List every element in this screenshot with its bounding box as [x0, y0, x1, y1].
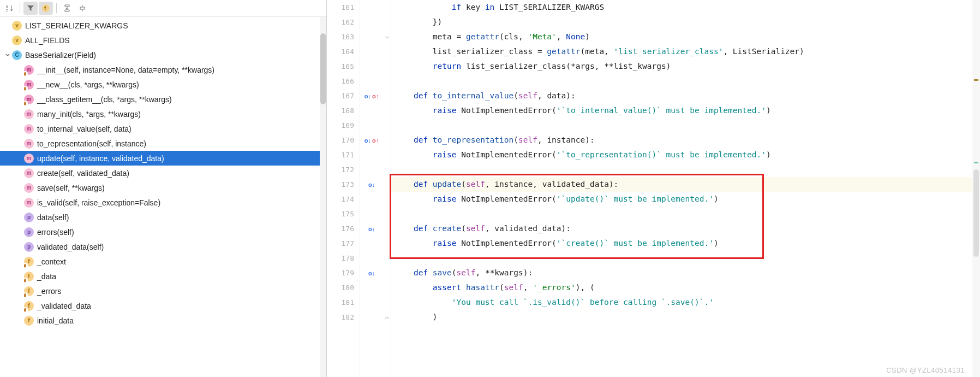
code-line[interactable]: meta = getattr(cls, 'Meta', None)	[391, 30, 980, 44]
tree-item[interactable]: mupdate(self, instance, validated_data)	[0, 151, 326, 166]
editor-scroll-thumb[interactable]	[973, 169, 979, 257]
line-number: 180	[327, 280, 354, 295]
tree-item[interactable]: finitial_data	[0, 313, 326, 328]
fields-button[interactable]: f	[39, 2, 53, 15]
marker-cell[interactable]	[360, 59, 383, 74]
code-line[interactable]: raise NotImplementedError('`to_represent…	[391, 148, 980, 162]
tree-item[interactable]: mis_valid(self, raise_exception=False)	[0, 195, 326, 210]
line-number: 162	[327, 15, 354, 30]
collapse-all-button[interactable]	[75, 2, 89, 15]
tree-item-label: __new__(cls, *args, **kwargs)	[37, 80, 139, 89]
marker-cell[interactable]: o↓	[360, 266, 383, 280]
marker-cell[interactable]	[360, 280, 383, 295]
marker-cell[interactable]	[360, 207, 383, 221]
line-number: 182	[327, 310, 354, 325]
structure-tree[interactable]: vLIST_SERIALIZER_KWARGSvALL_FIELDSCBaseS…	[0, 17, 326, 377]
marker-cell[interactable]	[360, 162, 383, 177]
marker-cell[interactable]	[360, 30, 383, 44]
marker-cell[interactable]	[360, 118, 383, 133]
tree-item[interactable]: f_validated_data	[0, 298, 326, 313]
tree-item[interactable]: m__new__(cls, *args, **kwargs)	[0, 77, 326, 92]
tree-item[interactable]: vLIST_SERIALIZER_KWARGS	[0, 18, 326, 33]
code-line[interactable]: raise NotImplementedError('`update()` mu…	[391, 192, 980, 207]
marker-cell[interactable]	[360, 74, 383, 89]
tree-item[interactable]: mto_internal_value(self, data)	[0, 121, 326, 136]
code-line[interactable]: def save(self, **kwargs):	[391, 266, 980, 280]
code-line[interactable]: def create(self, validated_data):	[391, 221, 980, 236]
tree-item-label: data(self)	[37, 213, 69, 222]
code-line[interactable]: def update(self, instance, validated_dat…	[391, 177, 980, 192]
tree-item[interactable]: pvalidated_data(self)	[0, 239, 326, 254]
tree-item[interactable]: mmany_init(cls, *args, **kwargs)	[0, 107, 326, 121]
tree-item[interactable]: CBaseSerializer(Field)	[0, 48, 326, 62]
code-line[interactable]: assert hasattr(self, '_errors'), (	[391, 280, 980, 295]
marker-cell[interactable]: o↓	[360, 177, 383, 192]
marker-cell[interactable]: o↓o↑	[360, 89, 383, 103]
m2-badge-icon: m	[24, 154, 34, 163]
toolbar-separator	[20, 3, 20, 13]
code-editor[interactable]: 1611621631641651661671681691701711721731…	[327, 0, 980, 377]
collapse-icon	[78, 4, 87, 13]
line-number: 177	[327, 236, 354, 251]
marker-cell[interactable]	[360, 148, 383, 162]
tree-item[interactable]: vALL_FIELDS	[0, 33, 326, 48]
marker-cell[interactable]	[360, 192, 383, 207]
marker-cell[interactable]	[360, 251, 383, 266]
tree-item[interactable]: f_errors	[0, 284, 326, 298]
fold-toggle-icon[interactable]	[384, 34, 390, 40]
marker-cell[interactable]	[360, 44, 383, 59]
expand-all-button[interactable]	[60, 2, 74, 15]
marker-cell[interactable]	[360, 103, 383, 118]
code-line[interactable]: return list_serializer_class(*args, **li…	[391, 59, 980, 74]
code-line[interactable]: if key in LIST_SERIALIZER_KWARGS	[391, 0, 980, 15]
tree-item[interactable]: f_data	[0, 269, 326, 284]
code-line[interactable]	[391, 251, 980, 266]
marker-cell[interactable]	[360, 236, 383, 251]
scroll-thumb[interactable]	[320, 33, 326, 104]
tree-item[interactable]: f_context	[0, 254, 326, 269]
code-line[interactable]: )	[391, 310, 980, 325]
scrollbar[interactable]	[320, 17, 326, 377]
code-line[interactable]: })	[391, 15, 980, 30]
marker-cell[interactable]	[360, 15, 383, 30]
p-badge-icon: p	[24, 242, 34, 252]
lock-icon	[22, 292, 28, 298]
line-number: 161	[327, 0, 354, 15]
code-line[interactable]	[391, 118, 980, 133]
marker-cell[interactable]: o↓o↑	[360, 133, 383, 148]
code-line[interactable]: def to_internal_value(self, data):	[391, 89, 980, 103]
tree-item[interactable]: perrors(self)	[0, 225, 326, 239]
p-badge-icon: p	[24, 213, 34, 222]
marker-cell[interactable]: o↓	[360, 221, 383, 236]
line-number: 174	[327, 192, 354, 207]
svg-text:z: z	[6, 8, 8, 12]
code-line[interactable]: 'You must call `.is_valid()` before call…	[391, 295, 980, 310]
code-line[interactable]	[391, 74, 980, 89]
marker-cell[interactable]	[360, 310, 383, 325]
tree-item[interactable]: pdata(self)	[0, 210, 326, 225]
editor-scrollbar[interactable]	[972, 0, 980, 377]
tree-item[interactable]: mto_representation(self, instance)	[0, 136, 326, 151]
code-line[interactable]: raise NotImplementedError('`create()` mu…	[391, 236, 980, 251]
sort-button[interactable]: az	[2, 2, 16, 15]
filter-button[interactable]	[23, 2, 38, 15]
tree-item[interactable]: msave(self, **kwargs)	[0, 180, 326, 195]
code-line[interactable]: raise NotImplementedError('`to_internal_…	[391, 103, 980, 118]
tree-item[interactable]: mcreate(self, validated_data)	[0, 166, 326, 180]
fold-gutter[interactable]	[383, 0, 391, 377]
code-area[interactable]: if key in LIST_SERIALIZER_KWARGS }) meta…	[391, 0, 980, 377]
marker-cell[interactable]	[360, 0, 383, 15]
code-line[interactable]	[391, 207, 980, 221]
fold-toggle-icon[interactable]	[384, 314, 390, 321]
code-line[interactable]: list_serializer_class = getattr(meta, 'l…	[391, 44, 980, 59]
lock-icon	[22, 263, 28, 268]
code-line[interactable]	[391, 162, 980, 177]
override-down-icon: o↓	[368, 270, 375, 276]
tree-item[interactable]: m__class_getitem__(cls, *args, **kwargs)	[0, 92, 326, 107]
tree-item-label: LIST_SERIALIZER_KWARGS	[25, 21, 128, 30]
chevron-down-icon[interactable]	[3, 51, 12, 60]
tree-item[interactable]: m__init__(self, instance=None, data=empt…	[0, 62, 326, 77]
marker-cell[interactable]	[360, 295, 383, 310]
code-line[interactable]: def to_representation(self, instance):	[391, 133, 980, 148]
m2-badge-icon: m	[24, 124, 34, 134]
